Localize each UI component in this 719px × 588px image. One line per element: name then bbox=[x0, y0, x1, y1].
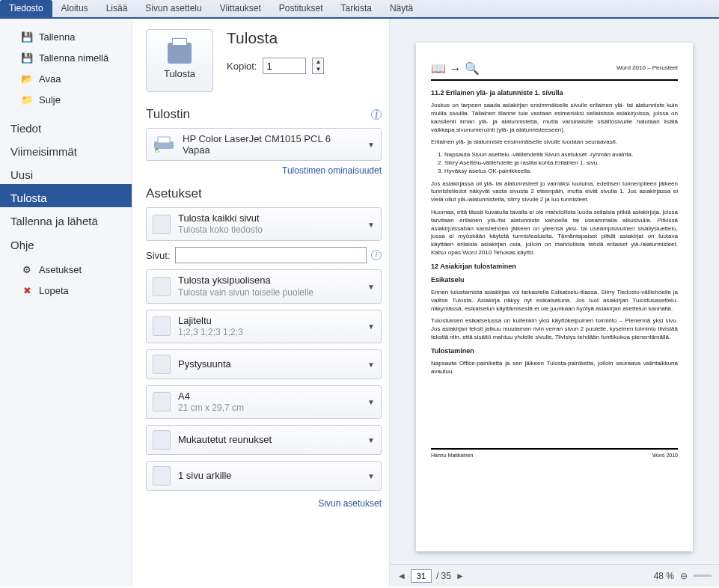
doc-p: Joskus on tarpeen saada asiakirjan ensim… bbox=[431, 102, 678, 134]
sidebar-save-send[interactable]: Tallenna ja lähetä bbox=[0, 207, 132, 231]
copies-spinner[interactable]: ▲ ▼ bbox=[312, 58, 324, 74]
one-sided-icon bbox=[153, 277, 171, 296]
paper-icon bbox=[153, 392, 171, 411]
backstage-sidebar: 💾 Tallenna 💾 Tallenna nimellä 📂 Avaa 📁 S… bbox=[0, 19, 132, 587]
print-button[interactable]: Tulosta bbox=[146, 29, 213, 92]
sidebar-open[interactable]: 📂 Avaa bbox=[0, 68, 132, 89]
sidebar-recent[interactable]: Viimeisimmät bbox=[0, 138, 132, 161]
print-range-selector[interactable]: Tulosta kaikki sivut Tulosta koko tiedos… bbox=[146, 207, 382, 241]
opt-sublabel: Tulosta koko tiedosto bbox=[178, 224, 263, 236]
chevron-down-icon: ▼ bbox=[367, 220, 375, 228]
doc-h1: 11.2 Erilainen ylä- ja alatunniste 1. si… bbox=[431, 88, 678, 97]
tab-file[interactable]: Tiedosto bbox=[0, 0, 52, 17]
copies-label: Kopiot: bbox=[227, 61, 257, 72]
doc-steps: Napsauta Sivun asettelu -välilehdeltä Si… bbox=[444, 151, 678, 175]
print-panel: Tulosta Tulosta Kopiot: ▲ ▼ Tulostin i bbox=[132, 19, 390, 587]
printer-properties-link[interactable]: Tulostimen ominaisuudet bbox=[146, 165, 382, 176]
doc-p: Napsauta Office-painiketta ja sen jälkee… bbox=[431, 360, 678, 376]
copies-input[interactable] bbox=[263, 58, 306, 74]
page-setup-link[interactable]: Sivun asetukset bbox=[146, 498, 382, 509]
next-page-button[interactable]: ► bbox=[456, 571, 465, 581]
tab-view[interactable]: Näytä bbox=[381, 0, 422, 17]
tab-insert[interactable]: Lisää bbox=[97, 0, 137, 17]
doc-h2: 12 Asiakirjan tulostaminen bbox=[431, 262, 678, 271]
sheet-icon bbox=[153, 466, 171, 486]
exit-icon: ✖ bbox=[21, 284, 33, 296]
doc-step: Napsauta Sivun asettelu -välilehdeltä Si… bbox=[444, 151, 678, 159]
info-icon[interactable]: i bbox=[371, 109, 382, 120]
ribbon: Tiedosto Aloitus Lisää Sivun asettelu Vi… bbox=[0, 0, 719, 19]
doc-p: Huomaa, että tässä kuvatulla tavalla ei … bbox=[431, 209, 678, 257]
print-preview: 📖 → 🔍 Word 2010 – Perusteet 11.2 Erilain… bbox=[390, 19, 719, 587]
open-icon: 📂 bbox=[21, 73, 33, 85]
printer-name: HP Color LaserJet CM1015 PCL 6 bbox=[183, 133, 331, 144]
doc-p: Tulostuksen esikatselussa on kuitenkin y… bbox=[431, 317, 678, 341]
opt-label: A4 bbox=[178, 391, 244, 402]
chevron-down-icon: ▼ bbox=[367, 472, 375, 480]
tab-mailings[interactable]: Postitukset bbox=[270, 0, 332, 17]
doc-footer-right: Word 2010 bbox=[652, 452, 678, 459]
save-icon: 💾 bbox=[21, 31, 33, 43]
sidebar-item-label: Tallenna nimellä bbox=[39, 52, 108, 64]
opt-label: Mukautetut reunukset bbox=[178, 434, 272, 446]
doc-h3: Esikatselu bbox=[431, 275, 678, 284]
chevron-down-icon: ▼ bbox=[367, 322, 375, 331]
chevron-down-icon: ▼ bbox=[367, 398, 375, 406]
chevron-down-icon: ▼ bbox=[367, 282, 375, 290]
tab-references[interactable]: Viittaukset bbox=[211, 0, 270, 17]
sidebar-info[interactable]: Tiedot bbox=[0, 114, 132, 138]
tab-page-layout[interactable]: Sivun asettelu bbox=[136, 0, 210, 17]
opt-label: Tulosta yksipuolisena bbox=[178, 275, 313, 287]
printer-selector[interactable]: HP Color LaserJet CM1015 PCL 6 Vapaa ▼ bbox=[146, 128, 382, 161]
spinner-down-icon[interactable]: ▼ bbox=[313, 66, 323, 73]
duplex-selector[interactable]: Tulosta yksipuolisena Tulosta vain sivun… bbox=[146, 269, 382, 303]
zoom-slider[interactable] bbox=[694, 575, 712, 577]
zoom-out-button[interactable]: ⊖ bbox=[680, 571, 688, 581]
opt-sublabel: Tulosta vain sivun toiselle puolelle bbox=[178, 287, 313, 298]
doc-header-right: Word 2010 – Perusteet bbox=[616, 64, 678, 73]
options-icon: ⚙ bbox=[21, 263, 33, 275]
sidebar-save-as[interactable]: 💾 Tallenna nimellä bbox=[0, 47, 132, 68]
opt-sublabel: 21 cm x 29,7 cm bbox=[178, 402, 244, 414]
sidebar-exit[interactable]: ✖ Lopeta bbox=[0, 280, 132, 301]
orientation-selector[interactable]: Pystysuunta ▼ bbox=[146, 349, 382, 379]
doc-h4: Tulostaminen bbox=[431, 346, 678, 355]
sidebar-save[interactable]: 💾 Tallenna bbox=[0, 26, 132, 47]
sidebar-item-label: Lopeta bbox=[39, 285, 69, 296]
margins-selector[interactable]: Mukautetut reunukset ▼ bbox=[146, 425, 382, 455]
pages-input[interactable] bbox=[175, 247, 367, 263]
settings-section-title: Asetukset bbox=[146, 186, 202, 201]
sidebar-item-label: Sulje bbox=[39, 94, 61, 105]
sidebar-item-label: Asetukset bbox=[39, 264, 82, 275]
sidebar-new[interactable]: Uusi bbox=[0, 161, 132, 184]
sidebar-help[interactable]: Ohje bbox=[0, 231, 132, 254]
tab-review[interactable]: Tarkista bbox=[332, 0, 381, 17]
print-title: Tulosta bbox=[227, 29, 324, 47]
printer-section-title: Tulostin bbox=[146, 107, 190, 122]
doc-step: Hyväksy asetus OK-painikkeella. bbox=[444, 168, 678, 176]
collated-icon bbox=[153, 316, 171, 336]
collate-selector[interactable]: Lajiteltu 1;2;3 1;2;3 1;2;3 ▼ bbox=[146, 310, 382, 343]
doc-p: Jos asiakirjassa oli ylä- tai alatunnist… bbox=[431, 180, 678, 204]
sidebar-print[interactable]: Tulosta bbox=[0, 184, 132, 207]
doc-p: Ennen tulostamista asiakirjaa voi tarkas… bbox=[431, 289, 678, 313]
sidebar-options[interactable]: ⚙ Asetukset bbox=[0, 259, 132, 280]
chevron-down-icon: ▼ bbox=[367, 436, 375, 444]
save-as-icon: 💾 bbox=[21, 52, 33, 64]
tab-home[interactable]: Aloitus bbox=[52, 0, 97, 17]
spinner-up-icon[interactable]: ▲ bbox=[313, 58, 323, 66]
pages-per-sheet-selector[interactable]: 1 sivu arkille ▼ bbox=[146, 461, 382, 491]
page-number-input[interactable] bbox=[411, 569, 432, 583]
margins-icon bbox=[153, 430, 171, 450]
paper-size-selector[interactable]: A4 21 cm x 29,7 cm ▼ bbox=[146, 385, 382, 419]
printer-device-icon bbox=[153, 135, 175, 153]
svg-rect-1 bbox=[158, 137, 170, 143]
info-icon[interactable]: i bbox=[371, 250, 382, 260]
prev-page-button[interactable]: ◄ bbox=[397, 571, 406, 581]
sidebar-close[interactable]: 📁 Sulje bbox=[0, 89, 132, 110]
pages-label: Sivut: bbox=[146, 250, 171, 261]
preview-page: 📖 → 🔍 Word 2010 – Perusteet 11.2 Erilain… bbox=[416, 43, 693, 551]
doc-step: Siirry Asettelu-välilehdelle ja rastita … bbox=[444, 159, 678, 168]
doc-header-icon: 📖 → 🔍 bbox=[431, 61, 480, 77]
doc-p: Erilainen ylä- ja alatunniste ensimmäise… bbox=[431, 138, 678, 147]
